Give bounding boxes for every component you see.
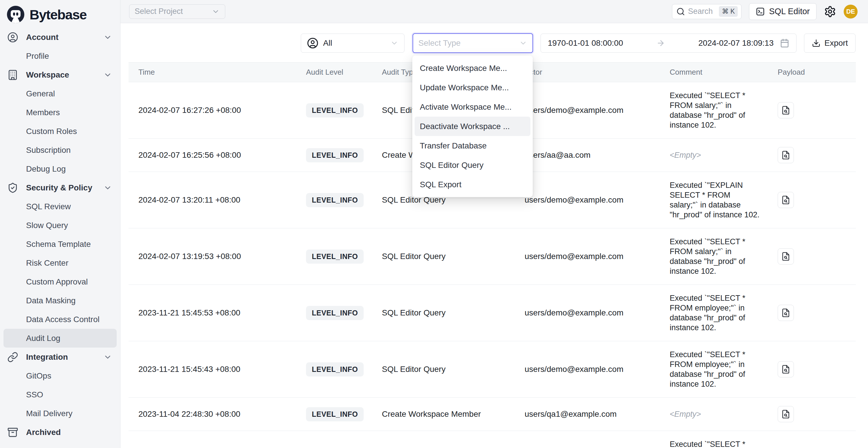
file-search-icon <box>781 308 790 318</box>
user-circle-icon <box>7 32 19 43</box>
sidebar-item-profile[interactable]: Profile <box>3 46 117 65</box>
type-dropdown-option[interactable]: SQL Editor Query <box>414 155 530 175</box>
gear-icon[interactable] <box>824 5 836 18</box>
audit-comment: Executed `"SELECT * FROM salary;"` in da… <box>670 82 769 138</box>
audit-time: 2024-02-07 13:19:53 +08:00 <box>129 244 306 269</box>
date-range-picker[interactable]: 1970-01-01 08:00:00 2024-02-07 18:09:13 <box>540 34 797 53</box>
filter-row: All Select Type 1970-01-01 08:00:00 2024… <box>301 33 856 53</box>
view-payload-button[interactable] <box>778 361 794 377</box>
type-dropdown-option[interactable]: Update Workspace Me... <box>414 78 530 97</box>
shield-check-icon <box>7 182 19 194</box>
chevron-down-icon <box>390 39 398 47</box>
audit-actor: users/demo@example.com <box>525 446 670 448</box>
view-payload-button[interactable] <box>778 305 794 321</box>
type-dropdown-menu: Create Workspace Me...Update Workspace M… <box>412 56 533 197</box>
sidebar-item-general[interactable]: General <box>3 84 117 103</box>
export-button[interactable]: Export <box>804 34 856 53</box>
actor-filter-value: All <box>323 38 332 48</box>
search-placeholder: Search <box>688 7 713 16</box>
sidebar-section-workspace[interactable]: Workspace <box>3 65 117 84</box>
view-payload-button[interactable] <box>778 192 794 208</box>
type-dropdown-option[interactable]: Transfer Database <box>414 136 530 155</box>
type-dropdown-option[interactable]: Create Workspace Me... <box>414 59 530 78</box>
view-payload-button[interactable] <box>778 248 794 264</box>
table-row: 2023-11-21 15:45:43 +08:00 LEVEL_INFO SQ… <box>129 341 856 398</box>
sidebar-item-data-masking[interactable]: Data Masking <box>3 291 117 310</box>
user-circle-icon <box>307 37 318 49</box>
audit-level-badge: LEVEL_INFO <box>306 250 364 264</box>
arrow-right-icon <box>623 39 698 47</box>
type-dropdown-option[interactable]: SQL Export <box>414 175 530 194</box>
audit-type: SQL Editor Query <box>382 300 525 326</box>
chevron-down-icon <box>103 33 112 42</box>
sidebar-item-sso[interactable]: SSO <box>3 385 117 404</box>
project-select-placeholder: Select Project <box>135 7 183 16</box>
search-input[interactable]: Search ⌘ K <box>672 4 742 19</box>
avatar[interactable]: DE <box>844 5 858 19</box>
brand-name: Bytebase <box>30 7 87 23</box>
sidebar-item-data-access-control[interactable]: Data Access Control <box>3 310 117 329</box>
audit-level-badge: LEVEL_INFO <box>306 407 364 421</box>
audit-comment: Executed `"SELECT * FROM salary;"` in da… <box>670 228 769 285</box>
audit-actor: users/qa1@example.com <box>525 401 670 427</box>
sidebar-item-mail-delivery[interactable]: Mail Delivery <box>3 404 117 423</box>
sidebar-section-integration[interactable]: Integration <box>3 348 117 366</box>
sidebar-section-archived[interactable]: Archived <box>3 423 117 442</box>
brand-logo[interactable]: Bytebase <box>0 0 120 25</box>
date-from[interactable]: 1970-01-01 08:00:00 <box>548 38 623 48</box>
view-payload-button[interactable] <box>778 147 794 163</box>
sidebar-section-account[interactable]: Account <box>3 28 117 46</box>
project-select[interactable]: Select Project <box>129 4 225 19</box>
audit-type: Create Workspace Member <box>382 401 525 427</box>
sidebar-item-sql-review[interactable]: SQL Review <box>3 197 117 216</box>
audit-level-badge: LEVEL_INFO <box>306 306 364 320</box>
sql-editor-button[interactable]: SQL Editor <box>749 3 816 20</box>
sidebar-item-schema-template[interactable]: Schema Template <box>3 235 117 254</box>
sidebar-item-members[interactable]: Members <box>3 103 117 122</box>
file-search-icon <box>781 106 790 115</box>
table-row: 2023-11-21 15:45:53 +08:00 LEVEL_INFO SQ… <box>129 285 856 341</box>
topbar: Select Project Search ⌘ K SQL Editor DE <box>120 0 868 23</box>
sidebar-item-slow-query[interactable]: Slow Query <box>3 216 117 235</box>
sidebar-item-custom-approval[interactable]: Custom Approval <box>3 272 117 291</box>
audit-time: 2023-11-04 22:48:30 +08:00 <box>129 401 306 427</box>
table-row: 2024-02-07 13:19:53 +08:00 LEVEL_INFO SQ… <box>129 228 856 285</box>
audit-time: 2023-11-04 21:26:24 +08:00 <box>129 446 306 448</box>
audit-type: SQL Editor Query <box>382 244 525 269</box>
sidebar-item-debug-log[interactable]: Debug Log <box>3 159 117 178</box>
file-search-icon <box>781 252 790 261</box>
audit-comment: Executed `"SELECT * FROM department;"` i… <box>670 431 769 448</box>
sidebar-section-security-policy[interactable]: Security & Policy <box>3 178 117 197</box>
view-payload-button[interactable] <box>778 102 794 118</box>
calendar-icon <box>780 38 789 48</box>
download-icon <box>812 39 820 47</box>
column-header-audit-level: Audit Level <box>306 68 382 77</box>
actor-filter-select[interactable]: All <box>301 34 404 53</box>
type-dropdown-option[interactable]: Deactivate Workspace ... <box>414 117 530 136</box>
sidebar-item-risk-center[interactable]: Risk Center <box>3 254 117 272</box>
chevron-down-icon <box>519 39 527 47</box>
section-label: Workspace <box>26 70 69 79</box>
sidebar-item-subscription[interactable]: Subscription <box>3 141 117 159</box>
section-label: Archived <box>26 428 61 437</box>
chevron-down-icon <box>103 184 112 192</box>
type-filter-select[interactable]: Select Type <box>412 33 533 53</box>
chevron-down-icon <box>103 71 112 79</box>
audit-level-badge: LEVEL_INFO <box>306 103 364 118</box>
sidebar: Bytebase Account Profile Workspace Gener… <box>0 0 120 448</box>
file-search-icon <box>781 410 790 419</box>
column-header-payload: Payload <box>778 68 856 77</box>
column-header-comment: Comment <box>670 68 778 77</box>
audit-comment: <Empty> <box>670 401 769 427</box>
type-dropdown-option[interactable]: Activate Workspace Me... <box>414 97 530 117</box>
table-row: 2023-11-04 21:26:24 +08:00 LEVEL_INFO SQ… <box>129 431 856 448</box>
view-payload-button[interactable] <box>778 406 794 422</box>
search-icon <box>676 7 685 16</box>
sidebar-nav: Account Profile Workspace General Member… <box>0 25 120 442</box>
date-to[interactable]: 2024-02-07 18:09:13 <box>698 38 774 48</box>
sidebar-item-custom-roles[interactable]: Custom Roles <box>3 122 117 141</box>
sidebar-item-audit-log[interactable]: Audit Log <box>3 329 117 348</box>
sidebar-item-gitops[interactable]: GitOps <box>3 366 117 385</box>
file-search-icon <box>781 151 790 160</box>
audit-time: 2023-11-21 15:45:43 +08:00 <box>129 356 306 382</box>
